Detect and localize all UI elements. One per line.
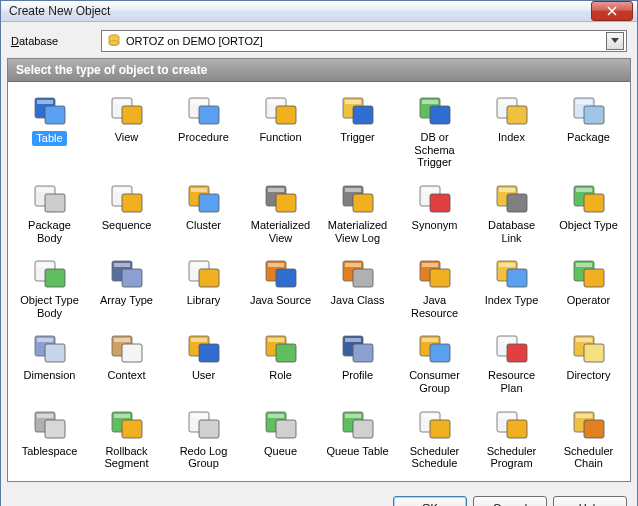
object-type-label: Library <box>187 294 221 307</box>
object-type-label: Scheduler Program <box>477 445 546 470</box>
java_source-icon <box>263 258 299 290</box>
object-type-scheduler_schedule[interactable]: Scheduler Schedule <box>397 402 472 475</box>
cancel-button[interactable]: Cancel <box>473 496 547 506</box>
object-type-label: Context <box>108 369 146 382</box>
svg-rect-7 <box>114 100 130 104</box>
section-header: Select the type of object to create <box>8 59 630 82</box>
index-icon <box>494 95 530 127</box>
object-type-table[interactable]: Table <box>12 88 87 174</box>
object-grid-container: Table View Procedure Function Trigger DB… <box>8 82 630 481</box>
object-type-java_source[interactable]: Java Source <box>243 251 318 324</box>
object-type-library[interactable]: Library <box>166 251 241 324</box>
object-type-queue_table[interactable]: Queue Table <box>320 402 395 475</box>
object-type-context[interactable]: Context <box>89 326 164 399</box>
object-type-role[interactable]: Role <box>243 326 318 399</box>
object-type-object_type_body[interactable]: Object Type Body <box>12 251 87 324</box>
svg-rect-33 <box>199 194 219 212</box>
svg-rect-43 <box>422 188 438 192</box>
object-type-label: Object Type <box>559 219 618 232</box>
object-type-label: Function <box>259 131 301 144</box>
object-type-dimension[interactable]: Dimension <box>12 326 87 399</box>
svg-rect-4 <box>37 100 53 104</box>
object-type-object_type[interactable]: Object Type <box>551 176 626 249</box>
rollback_segment-icon <box>109 409 145 441</box>
object-type-synonym[interactable]: Synonym <box>397 176 472 249</box>
object-type-rollback_segment[interactable]: Rollback Segment <box>89 402 164 475</box>
svg-rect-55 <box>114 263 130 267</box>
object-type-cluster[interactable]: Cluster <box>166 176 241 249</box>
svg-rect-64 <box>345 263 361 267</box>
svg-rect-120 <box>584 420 604 438</box>
chevron-down-icon <box>611 38 619 44</box>
object-type-resource_plan[interactable]: Resource Plan <box>474 326 549 399</box>
svg-rect-22 <box>499 100 515 104</box>
object-type-db_schema_trigger[interactable]: DB or Schema Trigger <box>397 88 472 174</box>
directory-icon <box>571 333 607 365</box>
object-type-user[interactable]: User <box>166 326 241 399</box>
dropdown-arrow-button[interactable] <box>606 32 624 50</box>
object-type-package[interactable]: Package <box>551 88 626 174</box>
svg-rect-16 <box>345 100 361 104</box>
object-type-consumer_group[interactable]: Consumer Group <box>397 326 472 399</box>
svg-rect-30 <box>122 194 142 212</box>
object-type-operator[interactable]: Operator <box>551 251 626 324</box>
object-type-database_link[interactable]: Database Link <box>474 176 549 249</box>
database-selected-text: ORTOZ on DEMO [ORTOZ] <box>126 35 606 47</box>
object-type-label: Rollback Segment <box>92 445 161 470</box>
svg-rect-100 <box>37 414 53 418</box>
svg-rect-58 <box>191 263 207 267</box>
create-new-object-dialog: Create New Object Database ORTOZ on DEMO… <box>0 0 638 506</box>
object-type-scheduler_chain[interactable]: Scheduler Chain <box>551 402 626 475</box>
object-type-queue[interactable]: Queue <box>243 402 318 475</box>
view-icon <box>109 95 145 127</box>
close-button[interactable] <box>591 1 633 21</box>
svg-rect-63 <box>353 269 373 287</box>
object-type-redo_log_group[interactable]: Redo Log Group <box>166 402 241 475</box>
object-type-sequence[interactable]: Sequence <box>89 176 164 249</box>
svg-rect-67 <box>422 263 438 267</box>
object-type-label: Sequence <box>102 219 152 232</box>
ok-button[interactable]: OK <box>393 496 467 506</box>
svg-rect-117 <box>507 420 527 438</box>
svg-rect-10 <box>191 100 207 104</box>
object-type-tablespace[interactable]: Tablespace <box>12 402 87 475</box>
svg-rect-49 <box>576 188 592 192</box>
object-type-procedure[interactable]: Procedure <box>166 88 241 174</box>
function-icon <box>263 95 299 127</box>
object-type-label: Redo Log Group <box>169 445 238 470</box>
help-button[interactable]: Help <box>553 496 627 506</box>
object-type-trigger[interactable]: Trigger <box>320 88 395 174</box>
object-type-java_resource[interactable]: Java Resource <box>397 251 472 324</box>
object-type-package_body[interactable]: Package Body <box>12 176 87 249</box>
svg-rect-97 <box>576 338 592 342</box>
svg-rect-52 <box>37 263 53 267</box>
scheduler_chain-icon <box>571 409 607 441</box>
object-type-label: Scheduler Chain <box>554 445 623 470</box>
object-type-profile[interactable]: Profile <box>320 326 395 399</box>
object-type-scheduler_program[interactable]: Scheduler Program <box>474 402 549 475</box>
object-type-label: Package Body <box>15 219 84 244</box>
database-select[interactable]: ORTOZ on DEMO [ORTOZ] <box>101 30 627 52</box>
window-title: Create New Object <box>9 4 591 18</box>
object-type-view[interactable]: View <box>89 88 164 174</box>
object-type-label: DB or Schema Trigger <box>400 131 469 169</box>
object-type-materialized_view_log[interactable]: Materialized View Log <box>320 176 395 249</box>
consumer_group-icon <box>417 333 453 365</box>
svg-rect-82 <box>191 338 207 342</box>
object-type-function[interactable]: Function <box>243 88 318 174</box>
object-type-index_type[interactable]: Index Type <box>474 251 549 324</box>
svg-rect-105 <box>199 420 219 438</box>
object-type-label: Database Link <box>477 219 546 244</box>
svg-rect-3 <box>45 106 65 124</box>
object-type-index[interactable]: Index <box>474 88 549 174</box>
svg-rect-54 <box>122 269 142 287</box>
object-type-directory[interactable]: Directory <box>551 326 626 399</box>
object-type-materialized_view[interactable]: Materialized View <box>243 176 318 249</box>
object-type-label: Table <box>32 131 66 146</box>
cluster-icon <box>186 183 222 215</box>
db_schema_trigger-icon <box>417 95 453 127</box>
object-type-label: Trigger <box>340 131 374 144</box>
object-type-java_class[interactable]: Java Class <box>320 251 395 324</box>
object-type-array_type[interactable]: Array Type <box>89 251 164 324</box>
svg-rect-6 <box>122 106 142 124</box>
